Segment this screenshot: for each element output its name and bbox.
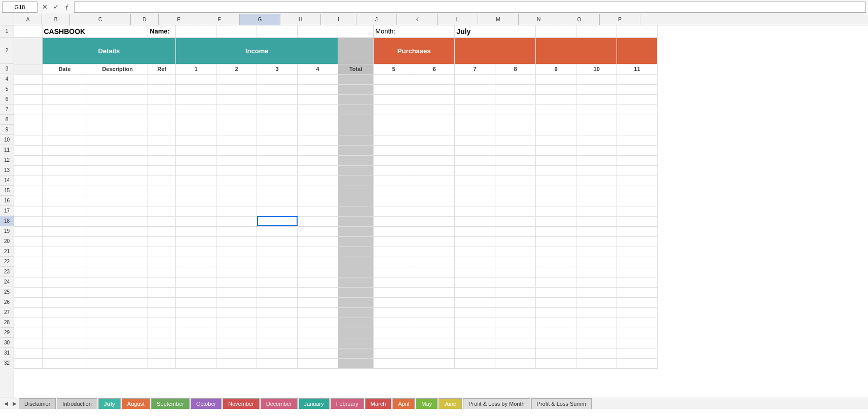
cell-a29[interactable] <box>14 328 42 338</box>
cell-f12[interactable] <box>216 155 257 165</box>
cell-j23[interactable] <box>374 267 414 277</box>
cell-j26[interactable] <box>374 297 414 307</box>
cell-c16[interactable] <box>87 196 148 206</box>
cell-g12[interactable] <box>257 155 298 165</box>
cell-i22[interactable] <box>338 257 374 267</box>
cell-a18[interactable] <box>14 216 42 226</box>
cell-m8[interactable] <box>495 115 536 125</box>
cell-m32[interactable] <box>495 358 536 368</box>
cell-m11[interactable] <box>495 145 536 155</box>
cell-i13[interactable] <box>338 165 374 176</box>
cell-l13[interactable] <box>455 165 495 176</box>
cell-e15[interactable] <box>176 186 216 196</box>
tab-may[interactable]: May <box>416 398 438 409</box>
cell-e20[interactable] <box>176 236 216 247</box>
cell-d29[interactable] <box>148 328 176 338</box>
cell-d5[interactable] <box>148 84 176 94</box>
cell-e21[interactable] <box>176 247 216 257</box>
cell-n22[interactable] <box>536 257 576 267</box>
cell-o29[interactable] <box>576 328 617 338</box>
cell-k28[interactable] <box>414 318 455 328</box>
cell-f10[interactable] <box>216 135 257 145</box>
cell-d13[interactable] <box>148 165 176 176</box>
cell-o28[interactable] <box>576 318 617 328</box>
col-header-o[interactable]: O <box>559 14 600 25</box>
cell-b29[interactable] <box>42 328 87 338</box>
cell-n24[interactable] <box>536 277 576 287</box>
cell-l17[interactable] <box>455 206 495 216</box>
tab-prev-btn[interactable]: ◀ <box>2 400 10 408</box>
cell-p8[interactable] <box>617 115 658 125</box>
cell-a15[interactable] <box>14 186 42 196</box>
row-num-30[interactable]: 30 <box>0 338 14 348</box>
cell-h1[interactable] <box>298 25 338 38</box>
cell-p28[interactable] <box>617 318 658 328</box>
cell-c25[interactable] <box>87 287 148 297</box>
cell-p23[interactable] <box>617 267 658 277</box>
cell-l21[interactable] <box>455 247 495 257</box>
cell-i8[interactable] <box>338 115 374 125</box>
cell-k13[interactable] <box>414 165 455 176</box>
cell-g23[interactable] <box>257 267 298 277</box>
cell-c27[interactable] <box>87 307 148 318</box>
cell-b27[interactable] <box>42 307 87 318</box>
cell-b30[interactable] <box>42 338 87 348</box>
cell-m5[interactable] <box>495 84 536 94</box>
cell-g28[interactable] <box>257 318 298 328</box>
tab-september[interactable]: September <box>151 398 190 409</box>
cell-k10[interactable] <box>414 135 455 145</box>
cell-k15[interactable] <box>414 186 455 196</box>
cell-o13[interactable] <box>576 165 617 176</box>
cell-c22[interactable] <box>87 257 148 267</box>
cell-f15[interactable] <box>216 186 257 196</box>
cell-b2[interactable]: Details <box>42 38 176 64</box>
cell-h7[interactable] <box>298 104 338 115</box>
cell-j4[interactable] <box>374 74 414 84</box>
cell-n18[interactable] <box>536 216 576 226</box>
cell-i11[interactable] <box>338 145 374 155</box>
row-num-26[interactable]: 26 <box>0 297 14 307</box>
cell-h11[interactable] <box>298 145 338 155</box>
cell-l1[interactable]: July <box>455 25 536 38</box>
cell-g7[interactable] <box>257 104 298 115</box>
cell-g17[interactable] <box>257 206 298 216</box>
cell-f19[interactable] <box>216 226 257 236</box>
cell-m21[interactable] <box>495 247 536 257</box>
cell-c8[interactable] <box>87 115 148 125</box>
cell-j2[interactable]: Purchases <box>374 38 455 64</box>
cell-f21[interactable] <box>216 247 257 257</box>
cell-c19[interactable] <box>87 226 148 236</box>
cell-h10[interactable] <box>298 135 338 145</box>
cell-j17[interactable] <box>374 206 414 216</box>
cell-f22[interactable] <box>216 257 257 267</box>
cell-h27[interactable] <box>298 307 338 318</box>
cell-o9[interactable] <box>576 125 617 135</box>
cell-g13[interactable] <box>257 165 298 176</box>
cell-h15[interactable] <box>298 186 338 196</box>
cell-p22[interactable] <box>617 257 658 267</box>
cell-n10[interactable] <box>536 135 576 145</box>
cell-n29[interactable] <box>536 328 576 338</box>
cell-o20[interactable] <box>576 236 617 247</box>
cell-m9[interactable] <box>495 125 536 135</box>
cell-i12[interactable] <box>338 155 374 165</box>
cell-e27[interactable] <box>176 307 216 318</box>
tab-august[interactable]: August <box>122 398 150 409</box>
col-header-p[interactable]: P <box>600 14 640 25</box>
cell-k27[interactable] <box>414 307 455 318</box>
cell-g3[interactable]: 3 <box>257 64 298 74</box>
cell-p11[interactable] <box>617 145 658 155</box>
cell-m4[interactable] <box>495 74 536 84</box>
col-header-l[interactable]: L <box>438 14 478 25</box>
cell-p3[interactable]: 11 <box>617 64 658 74</box>
cell-p19[interactable] <box>617 226 658 236</box>
cell-i30[interactable] <box>338 338 374 348</box>
cell-o12[interactable] <box>576 155 617 165</box>
cell-a26[interactable] <box>14 297 42 307</box>
cell-a30[interactable] <box>14 338 42 348</box>
cell-o4[interactable] <box>576 74 617 84</box>
cell-h21[interactable] <box>298 247 338 257</box>
cell-e26[interactable] <box>176 297 216 307</box>
cell-f29[interactable] <box>216 328 257 338</box>
cell-p6[interactable] <box>617 94 658 104</box>
